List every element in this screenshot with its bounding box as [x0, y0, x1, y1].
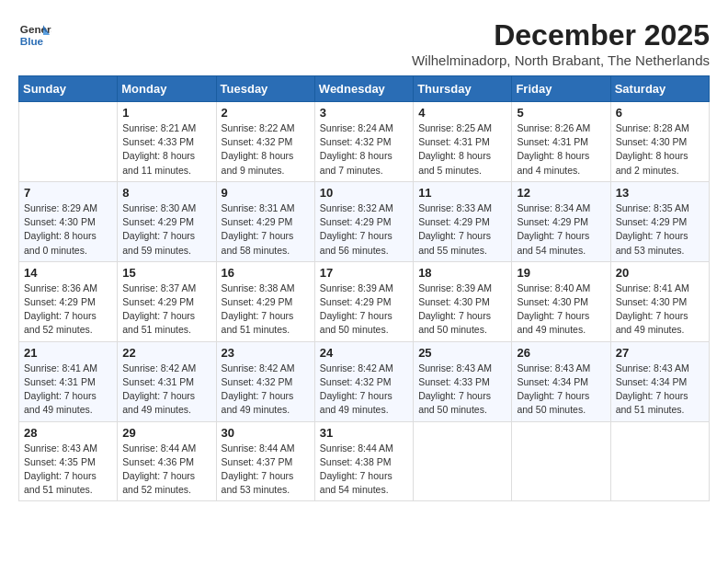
day-info: Sunrise: 8:26 AM Sunset: 4:31 PM Dayligh…	[517, 121, 605, 178]
week-row-5: 28Sunrise: 8:43 AM Sunset: 4:35 PM Dayli…	[19, 421, 710, 501]
subtitle: Wilhelminadorp, North Brabant, The Nethe…	[412, 52, 710, 68]
day-info: Sunrise: 8:36 AM Sunset: 4:29 PM Dayligh…	[24, 282, 112, 338]
calendar-table: SundayMondayTuesdayWednesdayThursdayFrid…	[18, 75, 710, 501]
day-number: 17	[320, 266, 408, 280]
day-info: Sunrise: 8:41 AM Sunset: 4:31 PM Dayligh…	[24, 362, 112, 418]
column-header-thursday: Thursday	[414, 76, 512, 102]
day-info: Sunrise: 8:43 AM Sunset: 4:34 PM Dayligh…	[616, 362, 704, 418]
calendar-cell: 20Sunrise: 8:41 AM Sunset: 4:30 PM Dayli…	[610, 261, 709, 341]
day-info: Sunrise: 8:30 AM Sunset: 4:29 PM Dayligh…	[122, 201, 210, 258]
main-title: December 2025	[412, 18, 710, 52]
day-info: Sunrise: 8:29 AM Sunset: 4:30 PM Dayligh…	[24, 201, 112, 258]
column-header-wednesday: Wednesday	[314, 76, 413, 102]
day-number: 26	[517, 346, 605, 360]
week-row-2: 7Sunrise: 8:29 AM Sunset: 4:30 PM Daylig…	[19, 181, 710, 261]
svg-text:Blue: Blue	[20, 35, 44, 47]
column-header-sunday: Sunday	[19, 76, 118, 102]
day-info: Sunrise: 8:42 AM Sunset: 4:32 PM Dayligh…	[222, 362, 310, 418]
calendar-cell: 22Sunrise: 8:42 AM Sunset: 4:31 PM Dayli…	[118, 341, 216, 421]
calendar-cell: 1Sunrise: 8:21 AM Sunset: 4:33 PM Daylig…	[118, 102, 216, 182]
day-number: 27	[616, 346, 704, 360]
calendar-cell: 24Sunrise: 8:42 AM Sunset: 4:32 PM Dayli…	[314, 341, 413, 421]
calendar-cell: 14Sunrise: 8:36 AM Sunset: 4:29 PM Dayli…	[19, 261, 118, 341]
day-number: 25	[418, 346, 506, 360]
day-number: 19	[517, 266, 605, 280]
day-number: 18	[418, 266, 506, 280]
calendar-cell: 6Sunrise: 8:28 AM Sunset: 4:30 PM Daylig…	[610, 102, 709, 182]
day-info: Sunrise: 8:43 AM Sunset: 4:33 PM Dayligh…	[418, 362, 506, 418]
day-number: 28	[24, 426, 112, 440]
day-number: 7	[24, 186, 112, 200]
column-header-saturday: Saturday	[610, 76, 709, 102]
calendar-cell: 7Sunrise: 8:29 AM Sunset: 4:30 PM Daylig…	[19, 181, 118, 261]
calendar-cell: 2Sunrise: 8:22 AM Sunset: 4:32 PM Daylig…	[216, 102, 314, 182]
day-number: 29	[122, 426, 210, 440]
day-info: Sunrise: 8:39 AM Sunset: 4:29 PM Dayligh…	[320, 282, 408, 338]
calendar-cell: 27Sunrise: 8:43 AM Sunset: 4:34 PM Dayli…	[610, 341, 709, 421]
calendar-cell: 28Sunrise: 8:43 AM Sunset: 4:35 PM Dayli…	[19, 421, 118, 501]
day-number: 13	[616, 186, 704, 200]
day-number: 30	[222, 426, 310, 440]
day-number: 24	[320, 346, 408, 360]
calendar-cell: 29Sunrise: 8:44 AM Sunset: 4:36 PM Dayli…	[118, 421, 216, 501]
day-number: 3	[320, 106, 408, 120]
calendar-cell: 31Sunrise: 8:44 AM Sunset: 4:38 PM Dayli…	[314, 421, 413, 501]
day-info: Sunrise: 8:25 AM Sunset: 4:31 PM Dayligh…	[418, 121, 506, 178]
day-number: 12	[517, 186, 605, 200]
day-number: 15	[122, 266, 210, 280]
day-info: Sunrise: 8:41 AM Sunset: 4:30 PM Dayligh…	[616, 282, 704, 338]
day-number: 16	[222, 266, 310, 280]
calendar-cell: 30Sunrise: 8:44 AM Sunset: 4:37 PM Dayli…	[216, 421, 314, 501]
day-info: Sunrise: 8:44 AM Sunset: 4:36 PM Dayligh…	[122, 442, 210, 498]
day-number: 22	[122, 346, 210, 360]
day-info: Sunrise: 8:34 AM Sunset: 4:29 PM Dayligh…	[517, 201, 605, 258]
day-number: 21	[24, 346, 112, 360]
logo: General Blue	[18, 18, 51, 52]
calendar-cell: 25Sunrise: 8:43 AM Sunset: 4:33 PM Dayli…	[414, 341, 512, 421]
day-number: 23	[222, 346, 310, 360]
calendar-cell: 17Sunrise: 8:39 AM Sunset: 4:29 PM Dayli…	[314, 261, 413, 341]
day-number: 1	[122, 106, 210, 120]
calendar-cell: 21Sunrise: 8:41 AM Sunset: 4:31 PM Dayli…	[19, 341, 118, 421]
day-info: Sunrise: 8:44 AM Sunset: 4:38 PM Dayligh…	[320, 442, 408, 498]
calendar-cell: 9Sunrise: 8:31 AM Sunset: 4:29 PM Daylig…	[216, 181, 314, 261]
day-info: Sunrise: 8:32 AM Sunset: 4:29 PM Dayligh…	[320, 201, 408, 258]
column-header-monday: Monday	[118, 76, 216, 102]
calendar-cell: 3Sunrise: 8:24 AM Sunset: 4:32 PM Daylig…	[314, 102, 413, 182]
calendar-cell	[19, 102, 118, 182]
day-info: Sunrise: 8:44 AM Sunset: 4:37 PM Dayligh…	[222, 442, 310, 498]
calendar-cell	[414, 421, 512, 501]
day-info: Sunrise: 8:33 AM Sunset: 4:29 PM Dayligh…	[418, 201, 506, 258]
day-info: Sunrise: 8:42 AM Sunset: 4:32 PM Dayligh…	[320, 362, 408, 418]
calendar-cell: 26Sunrise: 8:43 AM Sunset: 4:34 PM Dayli…	[512, 341, 610, 421]
logo-icon: General Blue	[18, 18, 51, 52]
day-info: Sunrise: 8:24 AM Sunset: 4:32 PM Dayligh…	[320, 121, 408, 178]
day-info: Sunrise: 8:31 AM Sunset: 4:29 PM Dayligh…	[222, 201, 310, 258]
calendar-header: SundayMondayTuesdayWednesdayThursdayFrid…	[19, 76, 710, 102]
calendar-cell: 19Sunrise: 8:40 AM Sunset: 4:30 PM Dayli…	[512, 261, 610, 341]
day-info: Sunrise: 8:38 AM Sunset: 4:29 PM Dayligh…	[222, 282, 310, 338]
day-number: 8	[122, 186, 210, 200]
day-info: Sunrise: 8:42 AM Sunset: 4:31 PM Dayligh…	[122, 362, 210, 418]
day-number: 11	[418, 186, 506, 200]
day-info: Sunrise: 8:43 AM Sunset: 4:35 PM Dayligh…	[24, 442, 112, 498]
page-header: General Blue December 2025 Wilhelminador…	[18, 18, 710, 68]
calendar-cell: 10Sunrise: 8:32 AM Sunset: 4:29 PM Dayli…	[314, 181, 413, 261]
column-header-friday: Friday	[512, 76, 610, 102]
day-info: Sunrise: 8:39 AM Sunset: 4:30 PM Dayligh…	[418, 282, 506, 338]
calendar-cell: 16Sunrise: 8:38 AM Sunset: 4:29 PM Dayli…	[216, 261, 314, 341]
week-row-1: 1Sunrise: 8:21 AM Sunset: 4:33 PM Daylig…	[19, 102, 710, 182]
day-number: 31	[320, 426, 408, 440]
day-info: Sunrise: 8:28 AM Sunset: 4:30 PM Dayligh…	[616, 121, 704, 178]
calendar-cell: 13Sunrise: 8:35 AM Sunset: 4:29 PM Dayli…	[610, 181, 709, 261]
day-number: 2	[222, 106, 310, 120]
title-block: December 2025 Wilhelminadorp, North Brab…	[412, 18, 710, 68]
day-number: 20	[616, 266, 704, 280]
day-info: Sunrise: 8:43 AM Sunset: 4:34 PM Dayligh…	[517, 362, 605, 418]
week-row-4: 21Sunrise: 8:41 AM Sunset: 4:31 PM Dayli…	[19, 341, 710, 421]
week-row-3: 14Sunrise: 8:36 AM Sunset: 4:29 PM Dayli…	[19, 261, 710, 341]
calendar-cell: 18Sunrise: 8:39 AM Sunset: 4:30 PM Dayli…	[414, 261, 512, 341]
day-number: 14	[24, 266, 112, 280]
day-info: Sunrise: 8:40 AM Sunset: 4:30 PM Dayligh…	[517, 282, 605, 338]
calendar-cell: 15Sunrise: 8:37 AM Sunset: 4:29 PM Dayli…	[118, 261, 216, 341]
